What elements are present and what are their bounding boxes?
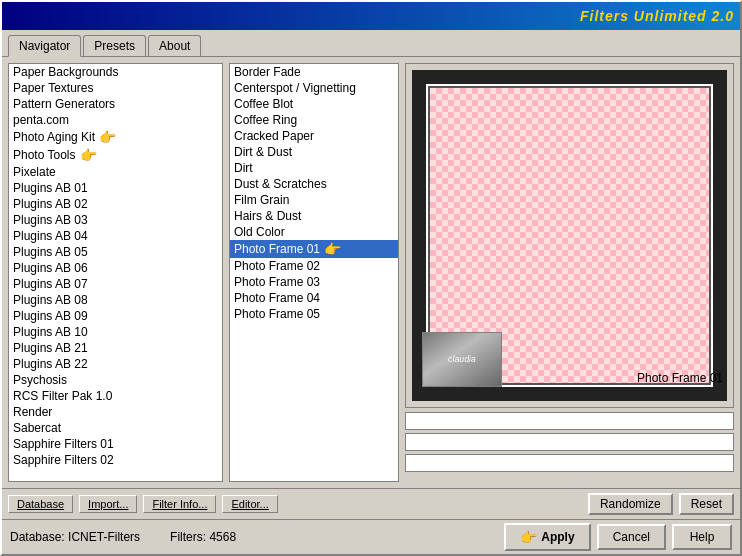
- info-row-2: [405, 433, 734, 451]
- list-item[interactable]: Film Grain: [230, 192, 398, 208]
- preview-box: claudia Photo Frame 01: [405, 63, 734, 408]
- filter-category-list: Paper Backgrounds Paper Textures Pattern…: [9, 64, 222, 468]
- list-item[interactable]: Paper Backgrounds: [9, 64, 222, 80]
- list-item[interactable]: Plugins AB 21: [9, 340, 222, 356]
- title-bar: Filters Unlimited 2.0: [2, 2, 740, 30]
- cancel-button[interactable]: Cancel: [597, 524, 666, 550]
- list-item[interactable]: Plugins AB 02: [9, 196, 222, 212]
- list-item[interactable]: Centerspot / Vignetting: [230, 80, 398, 96]
- title-bar-text: Filters Unlimited 2.0: [580, 8, 734, 24]
- help-button[interactable]: Help: [672, 524, 732, 550]
- list-item[interactable]: Coffee Blot: [230, 96, 398, 112]
- list-item[interactable]: Psychosis: [9, 372, 222, 388]
- list-item[interactable]: Photo Frame 03: [230, 274, 398, 290]
- database-button[interactable]: Database: [8, 495, 73, 513]
- svg-text:claudia: claudia: [448, 354, 476, 364]
- preview-area: claudia Photo Frame 01: [405, 63, 734, 482]
- database-label: Database:: [10, 530, 65, 544]
- list-item[interactable]: Photo Tools 👉: [9, 146, 222, 164]
- arrow-icon: 👉: [99, 129, 116, 145]
- list-item[interactable]: Sapphire Filters 02: [9, 452, 222, 468]
- list-item[interactable]: Plugins AB 01: [9, 180, 222, 196]
- list-item[interactable]: Plugins AB 04: [9, 228, 222, 244]
- list-item[interactable]: Plugins AB 22: [9, 356, 222, 372]
- main-content: Paper Backgrounds Paper Textures Pattern…: [2, 56, 740, 488]
- list-item[interactable]: Photo Aging Kit 👉: [9, 128, 222, 146]
- list-item[interactable]: Sapphire Filters 01: [9, 436, 222, 452]
- main-window: Filters Unlimited 2.0 Navigator Presets …: [0, 0, 742, 556]
- list-item[interactable]: Pixelate: [9, 164, 222, 180]
- list-item[interactable]: Photo Frame 04: [230, 290, 398, 306]
- list-item[interactable]: Cracked Paper: [230, 128, 398, 144]
- filters-label: Filters:: [170, 530, 206, 544]
- list-item[interactable]: Plugins AB 08: [9, 292, 222, 308]
- list-item[interactable]: Plugins AB 03: [9, 212, 222, 228]
- tab-presets[interactable]: Presets: [83, 35, 146, 56]
- list-item[interactable]: Photo Frame 05: [230, 306, 398, 322]
- list-item[interactable]: Plugins AB 05: [9, 244, 222, 260]
- filter-item-list[interactable]: Border Fade Centerspot / Vignetting Coff…: [229, 63, 399, 482]
- editor-button[interactable]: Editor...: [222, 495, 277, 513]
- list-item[interactable]: Pattern Generators: [9, 96, 222, 112]
- tab-navigator[interactable]: Navigator: [8, 35, 81, 57]
- info-rows: [405, 412, 734, 482]
- middle-panel: Border Fade Centerspot / Vignetting Coff…: [229, 63, 399, 482]
- tab-about[interactable]: About: [148, 35, 201, 56]
- list-item[interactable]: Dirt & Dust: [230, 144, 398, 160]
- apply-button[interactable]: 👉 Apply: [504, 523, 590, 551]
- bottom-toolbar: Database Import... Filter Info... Editor…: [2, 488, 740, 519]
- hand-icon: 👉: [520, 529, 537, 545]
- right-side: Border Fade Centerspot / Vignetting Coff…: [229, 63, 734, 482]
- reset-button[interactable]: Reset: [679, 493, 734, 515]
- action-buttons: 👉 Apply Cancel Help: [504, 523, 732, 551]
- list-item[interactable]: Dust & Scratches: [230, 176, 398, 192]
- arrow-icon: 👉: [324, 241, 341, 257]
- thumbnail-image: claudia: [423, 333, 501, 386]
- list-item[interactable]: Sabercat: [9, 420, 222, 436]
- info-row-1: [405, 412, 734, 430]
- list-item[interactable]: Hairs & Dust: [230, 208, 398, 224]
- filters-status: Filters: 4568: [170, 530, 236, 544]
- randomize-button[interactable]: Randomize: [588, 493, 673, 515]
- list-item-selected[interactable]: Photo Frame 01 👉: [230, 240, 398, 258]
- list-item[interactable]: Plugins AB 09: [9, 308, 222, 324]
- list-item[interactable]: Border Fade: [230, 64, 398, 80]
- import-button[interactable]: Import...: [79, 495, 137, 513]
- list-item[interactable]: Render: [9, 404, 222, 420]
- arrow-icon: 👉: [80, 147, 97, 163]
- list-item[interactable]: Old Color: [230, 224, 398, 240]
- preview-thumbnail: claudia: [422, 332, 502, 387]
- filters-value: 4568: [209, 530, 236, 544]
- filter-info-button[interactable]: Filter Info...: [143, 495, 216, 513]
- list-item[interactable]: Plugins AB 07: [9, 276, 222, 292]
- list-item[interactable]: Photo Frame 02: [230, 258, 398, 274]
- list-item[interactable]: Plugins AB 06: [9, 260, 222, 276]
- list-item[interactable]: penta.com: [9, 112, 222, 128]
- list-item[interactable]: Plugins AB 10: [9, 324, 222, 340]
- list-item[interactable]: Paper Textures: [9, 80, 222, 96]
- database-value: ICNET-Filters: [68, 530, 140, 544]
- tabs-row: Navigator Presets About: [2, 30, 740, 56]
- preview-label: Photo Frame 01: [637, 371, 723, 385]
- database-status: Database: ICNET-Filters: [10, 530, 140, 544]
- left-panel[interactable]: Paper Backgrounds Paper Textures Pattern…: [8, 63, 223, 482]
- list-item[interactable]: Coffee Ring: [230, 112, 398, 128]
- status-bar: Database: ICNET-Filters Filters: 4568 👉 …: [2, 519, 740, 554]
- list-item[interactable]: Dirt: [230, 160, 398, 176]
- list-item[interactable]: RCS Filter Pak 1.0: [9, 388, 222, 404]
- info-row-3: [405, 454, 734, 472]
